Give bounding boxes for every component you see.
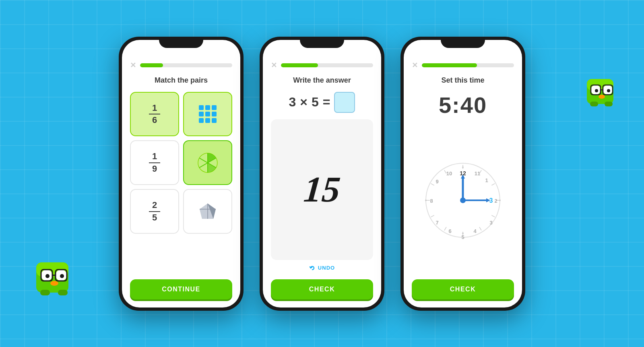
question-title-1: Match the pairs [130, 76, 232, 85]
clock-face[interactable]: 12 1 2 3 4 5 6 7 8 9 10 11 3 [423, 160, 503, 241]
pairs-grid: 1 6 [130, 92, 232, 275]
dot [205, 105, 210, 110]
pair-card-fraction-sixth[interactable]: 1 6 [130, 92, 179, 137]
progress-bar-bg-3 [422, 63, 514, 67]
phone-2: ✕ Write the answer 3 × 5 = 15 [260, 37, 384, 311]
time-display: 5:40 [412, 92, 514, 118]
svg-rect-69 [590, 102, 598, 106]
progress-bar-fill-2 [281, 63, 318, 67]
svg-point-26 [499, 199, 501, 201]
dot [212, 105, 217, 110]
svg-point-25 [462, 166, 464, 168]
dot-grid-icon [199, 105, 217, 123]
top-bar-3: ✕ [412, 58, 514, 70]
svg-point-55 [60, 274, 64, 278]
eq-op: × [300, 95, 308, 110]
notch-3 [441, 37, 485, 48]
eq-mid: 5 [312, 95, 319, 110]
close-button-1[interactable]: ✕ [130, 61, 136, 70]
dot [205, 112, 210, 116]
eq-left: 3 [289, 95, 296, 110]
action-btn-3: CHECK [412, 275, 514, 299]
undo-button[interactable]: UNDO [271, 265, 373, 271]
question-title-3: Set this time [412, 76, 514, 85]
dot [205, 118, 210, 123]
close-button-3[interactable]: ✕ [412, 61, 418, 70]
dot [199, 112, 204, 116]
phone-3: ✕ Set this time 5:40 [400, 37, 525, 311]
action-btn-2: CHECK [271, 275, 373, 299]
progress-bar-fill-1 [140, 63, 163, 67]
drawn-number: 15 [302, 171, 342, 208]
fraction-two-fifths: 2 5 [149, 200, 160, 222]
fraction-two-fifths-den: 5 [152, 213, 157, 222]
svg-text:7: 7 [436, 220, 438, 226]
pair-card-dotgrid[interactable] [183, 92, 232, 137]
notch-1 [159, 37, 203, 48]
svg-point-56 [50, 281, 58, 286]
fraction-line [149, 162, 160, 164]
mascot-left [32, 254, 76, 299]
svg-text:1: 1 [485, 177, 488, 183]
mascot-right [584, 73, 620, 109]
pair-card-polygon[interactable] [183, 189, 232, 234]
undo-icon [309, 265, 316, 271]
check-button-3[interactable]: CHECK [412, 279, 514, 299]
svg-point-67 [607, 89, 610, 92]
svg-point-46 [460, 197, 466, 203]
svg-text:2: 2 [494, 198, 497, 204]
dot [199, 105, 204, 110]
progress-bar-bg-1 [140, 63, 232, 67]
action-btn-1: CONTINUE [130, 275, 232, 299]
fraction-line [149, 211, 160, 212]
progress-bar-fill-3 [422, 63, 477, 67]
fraction-line [149, 114, 160, 115]
continue-button[interactable]: CONTINUE [130, 279, 232, 299]
svg-text:5: 5 [461, 234, 464, 240]
fraction-sixth-num: 1 [152, 103, 157, 113]
eq-equals: = [323, 95, 330, 110]
svg-text:4: 4 [473, 228, 477, 234]
write-equation: 3 × 5 = [271, 92, 373, 113]
dot [212, 118, 217, 123]
answer-box [334, 92, 355, 113]
pie-chart-icon [196, 152, 219, 174]
mascot-cube-left [32, 254, 76, 299]
check-button-2[interactable]: CHECK [271, 279, 373, 299]
dot [212, 112, 217, 116]
pair-card-fraction-two-fifths[interactable]: 2 5 [130, 189, 179, 234]
svg-point-27 [425, 199, 427, 201]
svg-text:11: 11 [475, 170, 480, 177]
dot [199, 118, 204, 123]
svg-text:3: 3 [489, 220, 492, 226]
notch-2 [300, 37, 344, 48]
svg-point-68 [599, 95, 605, 99]
svg-rect-57 [40, 290, 50, 295]
fraction-ninth-num: 1 [152, 152, 157, 161]
undo-label: UNDO [318, 265, 335, 271]
phone-1: ✕ Match the pairs 1 6 [119, 37, 244, 311]
pair-card-pie[interactable] [183, 140, 232, 185]
svg-rect-58 [58, 290, 68, 295]
svg-text:6: 6 [448, 228, 451, 234]
svg-text:9: 9 [436, 179, 438, 185]
polygon-icon [196, 200, 219, 223]
svg-point-66 [595, 89, 598, 92]
fraction-ninth-den: 9 [152, 164, 157, 174]
close-button-2[interactable]: ✕ [271, 61, 277, 70]
clock-svg: 12 1 2 3 4 5 6 7 8 9 10 11 3 [423, 160, 503, 241]
progress-bar-bg-2 [281, 63, 373, 67]
pair-card-fraction-ninth[interactable]: 1 9 [130, 140, 179, 185]
mascot-cube-right [584, 73, 620, 109]
svg-line-6 [199, 158, 208, 163]
svg-text:8: 8 [430, 198, 433, 204]
question-title-2: Write the answer [271, 76, 373, 85]
fraction-two-fifths-num: 2 [152, 200, 157, 210]
svg-line-5 [199, 163, 208, 168]
draw-area[interactable]: 15 [271, 119, 373, 260]
top-bar-1: ✕ [130, 58, 232, 70]
clock-container: 12 1 2 3 4 5 6 7 8 9 10 11 3 [412, 125, 514, 275]
svg-rect-70 [605, 102, 613, 106]
svg-point-54 [45, 274, 50, 278]
svg-text:10: 10 [446, 170, 452, 177]
